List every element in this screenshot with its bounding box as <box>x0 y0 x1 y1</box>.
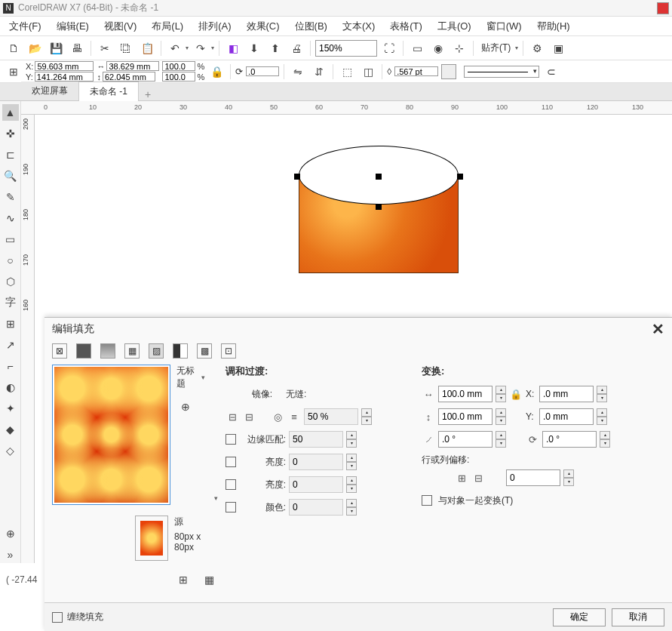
menu-effects[interactable]: 效果(C) <box>242 18 284 35</box>
dimension-tool-icon[interactable]: ↗ <box>2 337 19 353</box>
rotation-input[interactable] <box>246 66 279 76</box>
line-style-dropdown[interactable]: ▾ <box>464 66 539 78</box>
menu-file[interactable]: 文件(F) <box>5 18 46 35</box>
align-icon[interactable]: ◫ <box>359 63 377 81</box>
copy-icon[interactable]: ⿻ <box>117 39 135 57</box>
undo-icon[interactable]: ↶ <box>166 39 184 57</box>
redo-icon[interactable]: ↷ <box>192 39 210 57</box>
transform-y-input[interactable] <box>539 408 594 425</box>
cancel-button[interactable]: 取消 <box>612 608 664 626</box>
effects-tool-icon[interactable]: ◐ <box>2 379 19 396</box>
twocolor-fill-icon[interactable] <box>173 343 188 359</box>
print-icon[interactable]: 🖶 <box>68 39 86 57</box>
outline-width-input[interactable] <box>394 66 438 76</box>
solid-fill-icon[interactable] <box>76 343 91 359</box>
bright2-check[interactable] <box>226 479 236 490</box>
gradient-fill-icon[interactable] <box>100 343 115 359</box>
menu-edit[interactable]: 编辑(E) <box>52 18 94 35</box>
menu-window[interactable]: 窗口(W) <box>482 18 526 35</box>
menu-help[interactable]: 帮助(H) <box>532 18 575 35</box>
fill-tool-icon[interactable]: ◆ <box>2 421 19 438</box>
scale-x-input[interactable] <box>162 61 195 71</box>
tab-welcome[interactable]: 欢迎屏幕 <box>21 82 78 100</box>
wrap-fill-check[interactable] <box>52 612 63 623</box>
smart-tool-icon[interactable]: ∿ <box>2 210 19 226</box>
chevron-down-icon[interactable]: ▾ <box>214 494 218 502</box>
fill-preview[interactable] <box>52 365 170 505</box>
search-icon[interactable]: ◧ <box>224 39 242 57</box>
menu-arrange[interactable]: 排列(A) <box>194 18 235 35</box>
rowcol-input[interactable] <box>506 469 560 486</box>
guide-icon[interactable]: ⊹ <box>450 39 468 57</box>
menu-bitmaps[interactable]: 位图(B) <box>290 18 332 35</box>
tab-document[interactable]: 未命名 -1 <box>78 82 139 101</box>
rectangle-tool-icon[interactable]: ▭ <box>2 231 19 248</box>
height-input[interactable] <box>103 72 155 82</box>
transform-height-input[interactable] <box>438 408 492 425</box>
mirror-h-icon[interactable]: ⇋ <box>289 63 307 81</box>
new-tab-icon[interactable]: + <box>139 88 157 100</box>
paste-icon[interactable]: 📋 <box>138 39 156 57</box>
snap-dropdown[interactable]: 贴齐(T) <box>478 42 514 54</box>
pos-y-input[interactable] <box>35 72 94 82</box>
new-icon[interactable]: 🗋 <box>5 39 23 57</box>
source-opt2-icon[interactable]: ▦ <box>200 571 218 589</box>
save-icon[interactable]: 💾 <box>47 39 65 57</box>
cylinder-shape[interactable] <box>299 175 459 273</box>
texture-fill-icon[interactable]: ▩ <box>197 343 212 359</box>
more-icon[interactable]: » <box>2 546 19 563</box>
cut-icon[interactable]: ✂ <box>96 39 114 57</box>
menu-table[interactable]: 表格(T) <box>385 18 427 35</box>
export-icon[interactable]: ⬆ <box>266 39 284 57</box>
eyedropper-tool-icon[interactable]: ✦ <box>2 400 19 417</box>
text-tool-icon[interactable]: 字 <box>2 294 19 311</box>
rotate-input[interactable] <box>542 431 597 448</box>
table-tool-icon[interactable]: ⊞ <box>2 316 19 332</box>
source-opt1-icon[interactable]: ⊞ <box>174 571 192 589</box>
zoom-input[interactable] <box>315 40 377 57</box>
row-offset-icon[interactable]: ⊞ <box>455 472 468 484</box>
bright2-input[interactable] <box>289 476 343 493</box>
menu-tools[interactable]: 工具(O) <box>433 18 476 35</box>
freehand-tool-icon[interactable]: ✎ <box>2 189 19 205</box>
grid-icon[interactable]: ◉ <box>429 39 447 57</box>
bright1-check[interactable] <box>226 457 236 467</box>
scale-y-input[interactable] <box>162 72 195 82</box>
polygon-tool-icon[interactable]: ⬡ <box>2 273 19 290</box>
shape-tool-icon[interactable]: ✜ <box>2 125 19 142</box>
color-input[interactable] <box>289 499 343 516</box>
linear-icon[interactable]: ≡ <box>287 411 301 423</box>
width-input[interactable] <box>106 61 159 71</box>
color-check[interactable] <box>226 502 236 512</box>
menu-text[interactable]: 文本(X) <box>338 18 379 35</box>
col-offset-icon[interactable]: ⊟ <box>471 472 485 484</box>
close-icon[interactable]: ✕ <box>652 320 664 338</box>
expand-icon[interactable]: ⊕ <box>2 525 19 542</box>
zoom-tool-icon[interactable]: 🔍 <box>2 168 19 184</box>
order-icon[interactable]: ⬚ <box>338 63 356 81</box>
mirror-h-btn[interactable]: ⊟ <box>226 411 239 423</box>
no-fill-icon[interactable]: ⊠ <box>52 343 67 359</box>
edge-check[interactable] <box>226 434 236 445</box>
publish-icon[interactable]: 🖨 <box>287 39 305 57</box>
connector-tool-icon[interactable]: ⌐ <box>2 358 19 374</box>
add-preset-icon[interactable]: ⊕ <box>176 398 195 416</box>
source-thumb[interactable] <box>135 516 168 561</box>
lock-icon[interactable]: 🔒 <box>509 389 523 400</box>
pattern-fill-icon[interactable]: ▦ <box>124 343 140 359</box>
open-icon[interactable]: 📂 <box>26 39 44 57</box>
edge-input[interactable] <box>289 431 343 448</box>
crop-tool-icon[interactable]: ⊏ <box>2 146 19 163</box>
lock-ratio-icon[interactable]: 🔒 <box>207 63 226 81</box>
skew-input[interactable] <box>438 431 492 448</box>
launch-icon[interactable]: ▣ <box>549 39 567 57</box>
options-icon[interactable]: ⚙ <box>528 39 546 57</box>
pos-x-input[interactable] <box>35 61 94 71</box>
user-icon[interactable] <box>657 2 669 14</box>
pick-tool-icon[interactable]: ▲ <box>2 104 19 121</box>
menu-view[interactable]: 视图(V) <box>100 18 141 35</box>
with-object-check[interactable] <box>422 495 432 506</box>
ok-button[interactable]: 确定 <box>553 608 606 626</box>
import-icon[interactable]: ⬇ <box>245 39 263 57</box>
ruler-vertical[interactable]: 200 190 180 170 160 <box>21 115 35 563</box>
